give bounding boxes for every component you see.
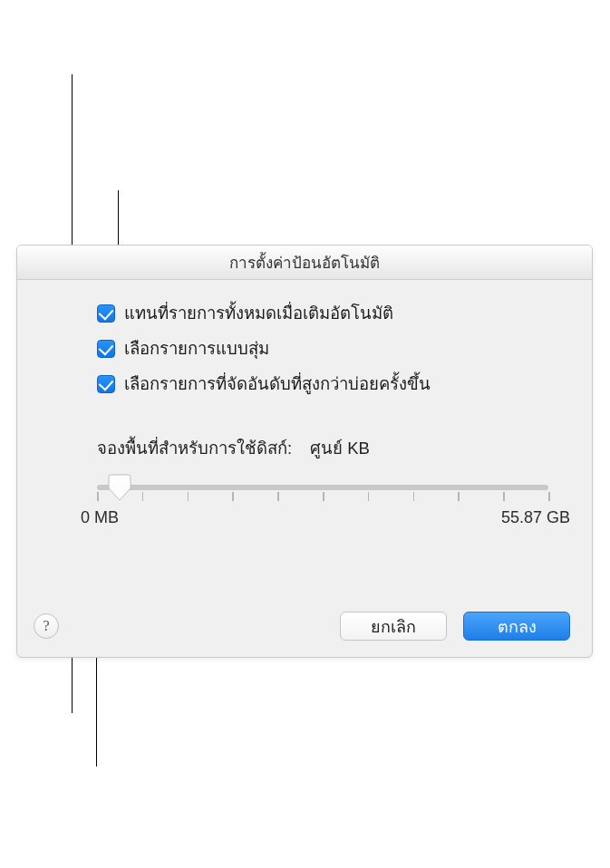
help-button[interactable]: ?: [34, 613, 59, 639]
cancel-button-label: ยกเลิก: [371, 613, 416, 640]
disk-space-value: ศูนย์ KB: [310, 435, 370, 461]
checkbox-label: เลือกรายการที่จัดอันดับที่สูงกว่าบ่อยครั…: [124, 371, 431, 397]
cancel-button[interactable]: ยกเลิก: [340, 612, 447, 641]
slider-ticks: [97, 492, 548, 503]
checkbox-icon[interactable]: [97, 375, 115, 393]
checkbox-icon[interactable]: [97, 304, 115, 323]
checkbox-icon[interactable]: [97, 340, 115, 358]
dialog-title: การตั้งค่าป้อนอัตโนมัติ: [229, 250, 380, 275]
disk-space-label: จองพื้นที่สำหรับการใช้ดิสก์:: [97, 435, 292, 461]
slider-tick: [188, 492, 189, 501]
slider-tick: [277, 492, 279, 501]
checkbox-row-replace-all[interactable]: แทนที่รายการทั้งหมดเมื่อเติมอัตโนมัติ: [97, 300, 566, 326]
ok-button-label: ตกลง: [498, 613, 537, 640]
slider-tick: [142, 492, 144, 501]
dialog-title-bar: การตั้งค่าป้อนอัตโนมัติ: [17, 246, 592, 280]
slider-tick: [97, 492, 99, 501]
checkbox-row-random[interactable]: เลือกรายการแบบสุ่ม: [97, 335, 566, 362]
help-icon: ?: [43, 618, 49, 634]
disk-space-slider[interactable]: 0 MB 55.87 GB: [97, 477, 548, 521]
slider-tick: [548, 492, 550, 501]
slider-thumb[interactable]: [108, 474, 131, 501]
slider-max-label: 55.87 GB: [501, 508, 570, 527]
slider-tick: [323, 492, 324, 501]
checkbox-label: เลือกรายการแบบสุ่ม: [124, 335, 269, 362]
slider-tick: [413, 492, 415, 501]
checkbox-label: แทนที่รายการทั้งหมดเมื่อเติมอัตโนมัติ: [124, 300, 393, 326]
checkbox-row-higher-rated[interactable]: เลือกรายการที่จัดอันดับที่สูงกว่าบ่อยครั…: [97, 371, 566, 397]
slider-tick: [232, 492, 234, 501]
ok-button[interactable]: ตกลง: [463, 612, 570, 641]
slider-tick: [368, 492, 370, 501]
slider-tick: [458, 492, 460, 501]
slider-min-label: 0 MB: [81, 508, 119, 527]
slider-tick: [503, 492, 505, 501]
autofill-settings-dialog: การตั้งค่าป้อนอัตโนมัติ แทนที่รายการทั้ง…: [16, 245, 593, 658]
slider-track: [97, 485, 548, 490]
